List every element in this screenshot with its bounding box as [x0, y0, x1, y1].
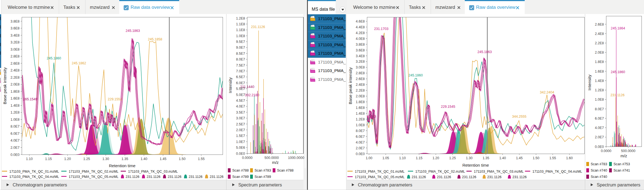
svg-text:231.1126: 231.1126 — [251, 25, 265, 29]
svg-text:500.0000: 500.0000 — [621, 149, 635, 153]
svg-text:Scan #740: Scan #740 — [591, 175, 607, 179]
svg-text:245.1863: 245.1863 — [126, 29, 140, 33]
svg-text:2.6E8: 2.6E8 — [595, 23, 604, 26]
svg-text:171103_PMA_TK_QC_03.mzML: 171103_PMA_TK_QC_03.mzML — [128, 169, 178, 174]
svg-text:2.8E8: 2.8E8 — [10, 54, 20, 58]
svg-text:0.0000: 0.0000 — [242, 156, 252, 160]
svg-text:2.4E8: 2.4E8 — [595, 32, 604, 36]
svg-text:6.0E7: 6.0E7 — [236, 81, 245, 85]
svg-text:0.0E0: 0.0E0 — [595, 145, 604, 149]
svg-text:171103_PMA_TK_QC_01.mzML: 171103_PMA_TK_QC_01.mzML — [355, 169, 405, 174]
svg-text:3.0E8: 3.0E8 — [10, 48, 20, 51]
svg-text:Scan #789: Scan #789 — [232, 175, 249, 179]
svg-text:1.40: 1.40 — [499, 156, 506, 160]
svg-text:2.4E8: 2.4E8 — [356, 83, 365, 87]
svg-text:Scan #783: Scan #783 — [591, 162, 607, 166]
svg-text:231.1703: 231.1703 — [374, 27, 388, 31]
svg-text:344.2555: 344.2555 — [512, 115, 526, 119]
svg-text:2.0E7: 2.0E7 — [236, 128, 245, 132]
svg-text:6.0E7: 6.0E7 — [595, 117, 604, 120]
svg-text:245.1858: 245.1858 — [148, 37, 162, 41]
svg-text:500.0000: 500.0000 — [264, 156, 279, 160]
svg-text:0.0E0: 0.0E0 — [236, 152, 245, 156]
svg-text:1.8E8: 1.8E8 — [10, 90, 20, 93]
svg-text:8.0E7: 8.0E7 — [10, 125, 20, 128]
svg-text:Retention time: Retention time — [109, 163, 136, 168]
svg-text:231.1126: 231.1126 — [487, 175, 502, 179]
svg-text:Intensity: Intensity — [228, 77, 233, 93]
svg-text:1.30: 1.30 — [103, 157, 109, 161]
svg-text:229.1545: 229.1545 — [441, 105, 455, 109]
svg-text:9.0E7: 9.0E7 — [236, 46, 245, 49]
svg-text:1.00: 1.00 — [366, 156, 372, 160]
svg-text:342.2404: 342.2404 — [540, 90, 554, 94]
svg-text:1.4E8: 1.4E8 — [595, 79, 604, 83]
svg-text:171103_PMA_TK_QC_05.mzML: 171103_PMA_TK_QC_05.mzML — [69, 175, 118, 179]
svg-text:1.1E8: 1.1E8 — [236, 22, 245, 26]
svg-text:1.35: 1.35 — [483, 156, 489, 160]
svg-text:171103_PMA_TK_QC_04.mzML: 171103_PMA_TK_QC_04.mzML — [532, 169, 582, 174]
svg-text:m/z: m/z — [620, 153, 627, 158]
svg-text:1.0E8: 1.0E8 — [356, 123, 365, 127]
svg-text:2.2E8: 2.2E8 — [356, 89, 365, 92]
svg-text:245.1862: 245.1862 — [72, 61, 86, 65]
svg-text:Intensity: Intensity — [587, 75, 592, 90]
svg-text:1.25: 1.25 — [449, 156, 456, 160]
svg-text:8.5E7: 8.5E7 — [236, 52, 245, 56]
svg-text:4.0E7: 4.0E7 — [595, 126, 604, 130]
svg-text:Scan #788: Scan #788 — [232, 168, 249, 172]
svg-text:5.0E7: 5.0E7 — [236, 93, 245, 97]
svg-text:231.1126: 231.1126 — [462, 175, 476, 179]
svg-text:171103_PMA_TK_QC_03.mzML: 171103_PMA_TK_QC_03.mzML — [474, 169, 524, 174]
svg-text:3.0E7: 3.0E7 — [236, 116, 245, 120]
svg-text:Scan #753: Scan #753 — [613, 162, 630, 166]
svg-text:5.5E7: 5.5E7 — [236, 87, 245, 91]
svg-text:332.2180: 332.2180 — [245, 93, 259, 97]
svg-text:1.2E8: 1.2E8 — [595, 88, 604, 92]
svg-text:Base peak intensity: Base peak intensity — [348, 67, 353, 104]
svg-text:2.0E8: 2.0E8 — [10, 82, 20, 86]
svg-text:1.4E8: 1.4E8 — [356, 112, 365, 115]
svg-text:171103_PMA_TK_QC_04.mzML: 171103_PMA_TK_QC_04.mzML — [9, 175, 59, 179]
svg-text:1.8E8: 1.8E8 — [595, 60, 604, 64]
svg-text:1.6E8: 1.6E8 — [10, 97, 20, 100]
svg-text:1.15: 1.15 — [45, 157, 52, 161]
svg-text:7.0E7: 7.0E7 — [236, 69, 245, 73]
svg-text:1.4E8: 1.4E8 — [10, 104, 20, 108]
svg-text:6.0E7: 6.0E7 — [356, 135, 365, 139]
svg-text:1.0E8: 1.0E8 — [10, 118, 20, 122]
svg-text:2.8E8: 2.8E8 — [356, 71, 365, 75]
svg-text:1.55: 1.55 — [549, 156, 556, 160]
svg-text:1.20: 1.20 — [432, 156, 439, 160]
svg-text:2.2E8: 2.2E8 — [595, 41, 604, 45]
svg-text:0.0E0: 0.0E0 — [10, 153, 20, 157]
svg-text:2.0E7: 2.0E7 — [595, 135, 604, 139]
svg-text:1.10: 1.10 — [26, 157, 33, 161]
svg-text:3.8E8: 3.8E8 — [10, 20, 20, 23]
svg-text:1.45: 1.45 — [160, 157, 166, 161]
svg-text:3.4E8: 3.4E8 — [10, 34, 20, 37]
svg-text:1.60: 1.60 — [566, 156, 573, 160]
svg-text:1.6E8: 1.6E8 — [595, 70, 604, 73]
svg-text:2.2E8: 2.2E8 — [10, 76, 20, 79]
svg-text:4.4E8: 4.4E8 — [356, 25, 365, 29]
svg-text:1.2E8: 1.2E8 — [10, 111, 20, 114]
svg-text:1.25: 1.25 — [83, 157, 90, 161]
svg-text:Scan #740: Scan #740 — [591, 168, 607, 172]
svg-text:3.6E8: 3.6E8 — [356, 48, 365, 52]
svg-text:1000.0000: 1000.0000 — [288, 156, 304, 160]
svg-text:3.5E7: 3.5E7 — [236, 111, 245, 114]
svg-text:3.4E8: 3.4E8 — [356, 54, 365, 58]
svg-text:231.1126: 231.1126 — [437, 175, 451, 179]
svg-text:229.1551: 229.1551 — [108, 97, 122, 101]
svg-text:8.0E7: 8.0E7 — [595, 107, 604, 111]
svg-text:1.0E8: 1.0E8 — [236, 34, 245, 38]
svg-text:171103_PMA_TK_QC_01.mzML: 171103_PMA_TK_QC_01.mzML — [9, 169, 59, 174]
svg-text:1.20: 1.20 — [64, 157, 71, 161]
svg-text:3.0E8: 3.0E8 — [356, 65, 365, 69]
svg-text:3.2E8: 3.2E8 — [10, 40, 20, 44]
svg-text:6.5E7: 6.5E7 — [236, 75, 245, 79]
svg-text:231.1126: 231.1126 — [189, 175, 203, 179]
svg-text:8.0E7: 8.0E7 — [356, 129, 365, 133]
svg-text:1.10: 1.10 — [399, 156, 406, 160]
